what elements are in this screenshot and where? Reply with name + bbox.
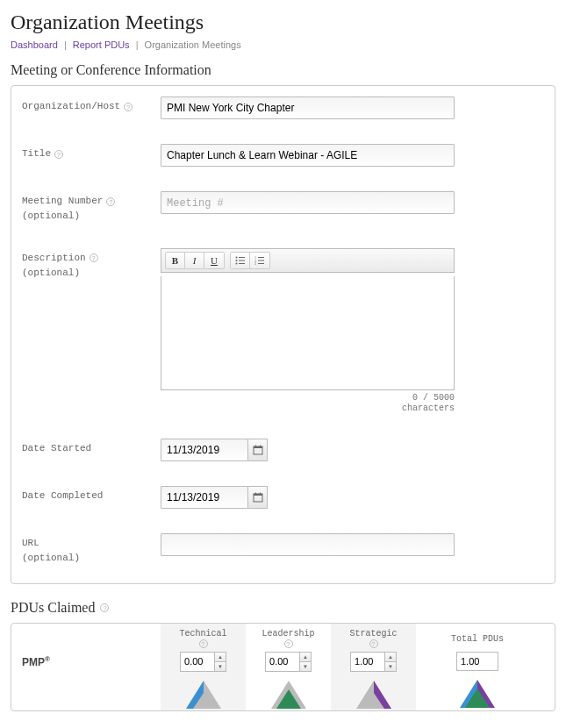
pdu-head-leadership: Leadership — [262, 629, 314, 639]
spinner-up-icon[interactable]: ▲ — [385, 653, 396, 662]
strategic-pdu-input[interactable] — [351, 653, 384, 671]
label-optional: (optional) — [22, 267, 161, 280]
label-title: Title — [22, 147, 51, 161]
label-date-started: Date Started — [22, 442, 91, 455]
meeting-number-input[interactable] — [161, 191, 455, 214]
breadcrumb-dashboard[interactable]: Dashboard — [11, 39, 58, 50]
label-date-completed: Date Completed — [22, 489, 103, 503]
section-title-meeting-info: Meeting or Conference Information — [11, 62, 555, 78]
label-meeting-number: Meeting Number — [22, 195, 103, 208]
svg-point-2 — [235, 260, 237, 261]
date-started-input[interactable] — [161, 439, 248, 461]
label-url: URL — [22, 537, 39, 550]
svg-rect-13 — [254, 446, 262, 448]
breadcrumb: Dashboard | Report PDUs | Organization M… — [11, 39, 555, 50]
total-pdu-value — [456, 652, 498, 671]
svg-rect-19 — [260, 492, 261, 494]
breadcrumb-report-pdus[interactable]: Report PDUs — [73, 39, 130, 50]
svg-rect-17 — [254, 494, 262, 496]
title-input[interactable] — [161, 144, 455, 167]
italic-button[interactable]: I — [185, 253, 204, 268]
meeting-info-panel: Organization/Host ? Title ? Meeting Numb… — [11, 85, 555, 584]
spinner-up-icon[interactable]: ▲ — [215, 653, 226, 662]
date-completed-picker-button[interactable] — [248, 486, 268, 509]
svg-rect-5 — [239, 263, 245, 264]
help-icon[interactable]: ? — [199, 639, 208, 648]
help-icon[interactable]: ? — [90, 253, 98, 262]
bold-button[interactable]: B — [166, 253, 185, 268]
org-host-input[interactable] — [161, 96, 455, 119]
spinner-down-icon[interactable]: ▼ — [215, 662, 226, 671]
talent-triangle-strategic-icon — [355, 679, 393, 710]
talent-triangle-leadership-icon — [269, 679, 308, 710]
talent-triangle-full-icon — [458, 678, 497, 710]
pdu-head-strategic: Strategic — [349, 629, 397, 639]
talent-triangle-technical-icon — [184, 679, 223, 710]
help-icon[interactable]: ? — [100, 603, 109, 612]
url-input[interactable] — [161, 533, 455, 556]
svg-rect-7 — [258, 257, 264, 258]
section-title-pdus: PDUs Claimed — [11, 600, 95, 616]
label-org-host: Organization/Host — [22, 100, 120, 113]
page-title: Organization Meetings — [11, 11, 555, 34]
calendar-icon — [253, 445, 263, 455]
pdu-head-technical: Technical — [179, 629, 226, 639]
help-icon[interactable]: ? — [369, 639, 378, 648]
description-textarea[interactable] — [161, 276, 455, 390]
help-icon[interactable]: ? — [54, 150, 63, 159]
svg-rect-3 — [239, 260, 245, 261]
svg-rect-1 — [239, 257, 245, 258]
label-description: Description — [22, 252, 86, 265]
svg-point-0 — [235, 256, 237, 258]
pdu-row-label: PMP® — [22, 624, 161, 668]
calendar-icon — [253, 492, 263, 503]
help-icon[interactable]: ? — [124, 103, 133, 111]
bullet-list-button[interactable] — [231, 253, 250, 268]
help-icon[interactable]: ? — [106, 197, 115, 206]
help-icon[interactable]: ? — [284, 639, 293, 648]
pdu-col-technical: Technical ? ▲ ▼ — [161, 624, 246, 710]
svg-point-4 — [235, 262, 237, 264]
leadership-pdu-input[interactable] — [266, 653, 299, 671]
rte-toolbar: B I U 123 — [161, 248, 455, 273]
numbered-list-button[interactable]: 123 — [250, 253, 269, 268]
svg-rect-14 — [255, 445, 256, 446]
date-completed-input[interactable] — [161, 486, 248, 509]
svg-rect-15 — [260, 445, 261, 446]
breadcrumb-sep: | — [64, 39, 67, 50]
pdu-head-total: Total PDUs — [451, 634, 504, 644]
spinner-up-icon[interactable]: ▲ — [300, 653, 311, 662]
breadcrumb-sep: | — [136, 39, 139, 50]
char-counter: 0 / 5000 characters — [161, 393, 455, 414]
spinner-down-icon[interactable]: ▼ — [385, 662, 396, 671]
breadcrumb-current: Organization Meetings — [145, 39, 241, 50]
pdus-panel: PMP® Technical ? ▲ ▼ — [11, 623, 555, 711]
label-optional: (optional) — [22, 210, 161, 223]
svg-rect-9 — [258, 260, 264, 261]
pdu-col-strategic: Strategic ? ▲ ▼ — [331, 624, 416, 710]
svg-rect-11 — [258, 263, 264, 264]
svg-text:3: 3 — [254, 261, 256, 265]
label-optional: (optional) — [22, 552, 161, 565]
pdu-col-total: Total PDUs — [416, 624, 539, 710]
pdu-col-leadership: Leadership ? ▲ ▼ — [246, 624, 331, 710]
underline-button[interactable]: U — [204, 253, 224, 268]
svg-rect-18 — [255, 492, 256, 494]
technical-pdu-input[interactable] — [181, 653, 214, 671]
date-started-picker-button[interactable] — [248, 439, 268, 461]
spinner-down-icon[interactable]: ▼ — [300, 662, 311, 671]
